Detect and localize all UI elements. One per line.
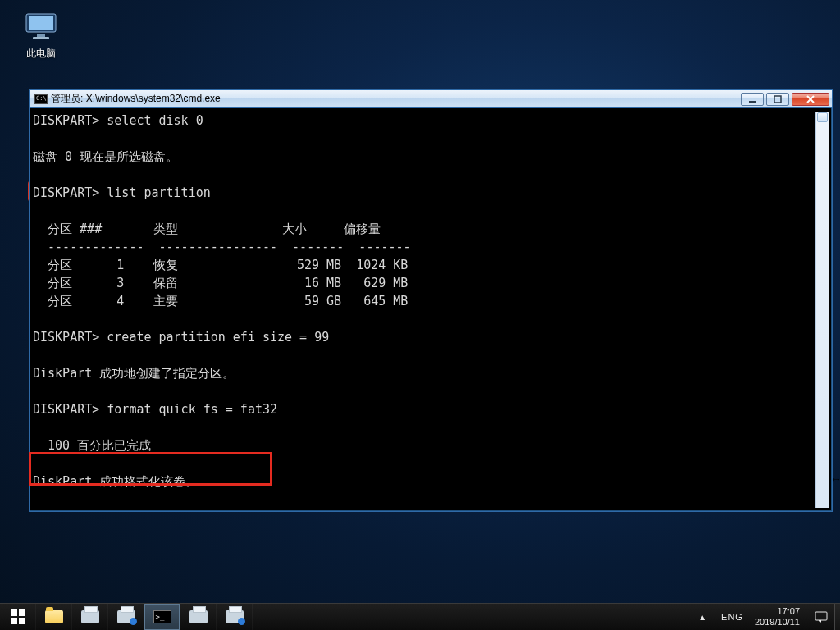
- printer-network-icon: [226, 610, 244, 623]
- annotation-highlight: [29, 452, 272, 486]
- printer-icon: [81, 610, 99, 623]
- taskbar-printer-3[interactable]: [180, 604, 217, 630]
- tray-overflow-button[interactable]: ▲: [690, 613, 714, 622]
- printer-network-icon: [117, 610, 135, 623]
- svg-rect-11: [815, 612, 827, 620]
- cmd-icon: [153, 610, 171, 623]
- monitor-icon: [24, 10, 58, 44]
- cmd-title-icon: [34, 94, 48, 104]
- cmd-window[interactable]: 管理员: X:\windows\system32\cmd.exe DISKPAR…: [29, 89, 833, 512]
- desktop-icon-this-pc[interactable]: 此电脑: [15, 10, 67, 59]
- system-tray: ▲ ENG 17:07 2019/10/11: [690, 604, 840, 630]
- show-desktop-button[interactable]: [834, 604, 840, 630]
- folder-icon: [45, 610, 63, 623]
- maximize-button[interactable]: [766, 93, 789, 106]
- printer-icon: [189, 610, 208, 623]
- svg-rect-8: [774, 96, 781, 103]
- resize-cursor-icon: ↔: [830, 472, 840, 486]
- notification-icon: [815, 610, 828, 623]
- svg-rect-3: [33, 37, 49, 39]
- clock[interactable]: 17:07 2019/10/11: [750, 606, 808, 628]
- svg-rect-2: [37, 34, 45, 37]
- taskbar-cmd[interactable]: [144, 604, 180, 630]
- ime-indicator[interactable]: ENG: [714, 612, 750, 622]
- terminal-output[interactable]: DISKPART> select disk 0 磁盘 0 现在是所选磁盘。 DI…: [33, 112, 815, 508]
- taskbar-file-explorer[interactable]: [36, 604, 72, 630]
- windows-logo-icon: [11, 609, 25, 624]
- clock-time: 17:07: [755, 606, 800, 617]
- scroll-thumb[interactable]: [817, 112, 828, 122]
- minimize-button[interactable]: [741, 93, 764, 106]
- close-button[interactable]: [792, 93, 829, 106]
- start-button[interactable]: [0, 604, 36, 630]
- titlebar[interactable]: 管理员: X:\windows\system32\cmd.exe: [30, 90, 832, 108]
- desktop-icon-label: 此电脑: [15, 48, 67, 59]
- action-center-button[interactable]: [808, 610, 834, 623]
- window-title: 管理员: X:\windows\system32\cmd.exe: [51, 92, 221, 106]
- taskbar-printer-4[interactable]: [217, 604, 253, 630]
- taskbar-printer-1[interactable]: [72, 604, 108, 630]
- taskbar-printer-2[interactable]: [108, 604, 144, 630]
- clock-date: 2019/10/11: [755, 617, 800, 628]
- svg-rect-1: [29, 16, 53, 30]
- scrollbar[interactable]: [815, 112, 829, 508]
- taskbar[interactable]: ▲ ENG 17:07 2019/10/11: [0, 603, 840, 630]
